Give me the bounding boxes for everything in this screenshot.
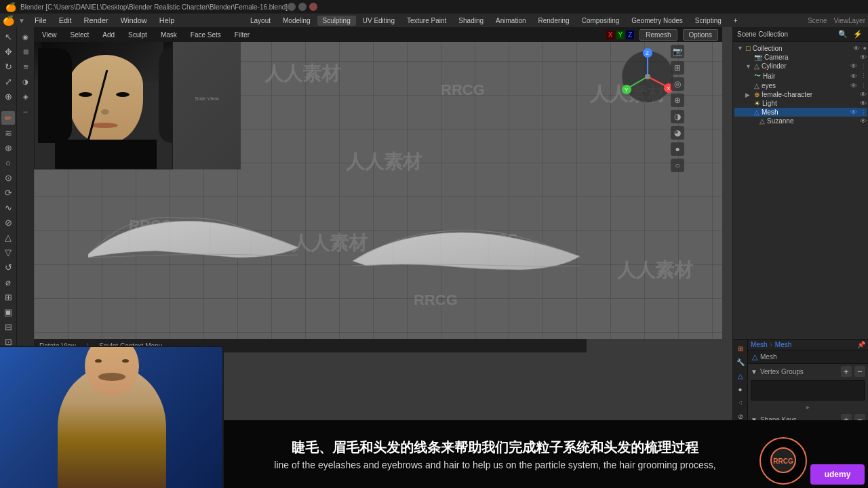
menu-file[interactable]: File [29,15,52,26]
view-shading-mat[interactable]: ◕ [671,126,684,140]
tool-cursor[interactable]: ↖ [1,30,15,43]
vp-menu-select[interactable]: Select [66,30,94,40]
tool-fill[interactable]: ▣ [1,305,15,319]
axis-z[interactable]: Z [626,30,634,39]
tool-elastic[interactable]: ⟳ [1,186,15,199]
brush-settings[interactable]: ◉ [19,30,33,43]
expand-toggle[interactable]: ▸ [806,403,810,411]
collection-visibility[interactable]: 👁 [853,45,860,52]
workspace-layout[interactable]: Layout [245,16,276,26]
window-controls[interactable] [288,3,317,11]
workspace-rendering[interactable]: Rendering [533,16,575,26]
light-visibility[interactable]: 👁 [860,100,867,107]
menu-help[interactable]: Help [154,15,180,26]
menu-edit[interactable]: Edit [54,15,77,26]
props-icon-object[interactable]: ⊞ [734,342,747,354]
menu-render[interactable]: Render [79,15,114,26]
minimize-button[interactable] [288,3,296,11]
tree-cylinder[interactable]: ▼ △ Cylinder 👁 ⋮ [734,62,867,70]
workspace-texture-paint[interactable]: Texture Paint [401,16,452,26]
view-perspective-icon[interactable]: ⊞ [671,61,684,75]
tree-suzanne[interactable]: ▶ △ Suzanne 👁 [734,117,867,125]
props-icon-modifier[interactable]: 🔧 [734,356,747,368]
zoom-camera-icon[interactable]: 📷 [671,45,684,58]
vp-menu-face-sets[interactable]: Face Sets [186,30,225,40]
props-icon-particle[interactable]: ⁖ [734,396,747,409]
tool-rotate[interactable]: ↻ [1,60,15,73]
workspace-add[interactable]: + [728,16,743,26]
tool-draw[interactable]: ✏ [1,111,15,125]
symmetry-settings[interactable]: ↔ [19,104,33,118]
hair-visibility[interactable]: 👁 [850,73,857,80]
props-icon-material[interactable]: ● [734,383,747,395]
breadcrumb-mesh-2[interactable]: Mesh [775,341,791,348]
view-shading-solid[interactable]: ◑ [671,110,684,123]
suzanne-visibility[interactable]: 👁 [860,117,867,125]
vertex-groups-add[interactable]: + [841,366,852,377]
workspace-geometry[interactable]: Geometry Nodes [626,16,688,26]
tree-light[interactable]: ▶ ☀ Light 👁 [734,99,867,108]
tool-move[interactable]: ✥ [1,45,15,58]
vertex-groups-remove[interactable]: − [854,366,865,377]
options-button[interactable]: Options [683,29,718,41]
tool-scrape[interactable]: ⌀ [1,275,15,289]
vertex-groups-section[interactable]: ▼ Vertex Groups + − [748,364,868,379]
workspace-animation[interactable]: Animation [490,16,531,26]
tree-collection[interactable]: ▼ □ Collection 👁 ● [734,43,867,53]
tool-scrape2[interactable]: ⊟ [1,320,15,333]
tool-scale[interactable]: ⤢ [1,75,15,88]
tool-thumb[interactable]: ⊘ [1,216,15,229]
female-character-visibility[interactable]: 👁 [860,91,867,98]
tool-pose[interactable]: △ [1,230,15,244]
camera-visibility[interactable]: 👁 [860,54,867,61]
vp-menu-filter[interactable]: Filter [231,30,254,40]
tool-snake-hook[interactable]: ∿ [1,201,15,214]
vp-menu-sculpt[interactable]: Sculpt [124,30,151,40]
falloff-settings[interactable]: ◑ [19,75,33,88]
props-icon-data[interactable]: △ [734,369,747,382]
axis-x[interactable]: X [606,30,615,39]
workspace-scripting[interactable]: Scripting [690,16,727,26]
vp-menu-view[interactable]: View [38,30,61,40]
tool-inflate[interactable]: ○ [1,156,15,169]
breadcrumb-mesh-1[interactable]: Mesh [751,341,767,348]
menu-window[interactable]: Window [115,15,153,26]
remesh-button[interactable]: Remesh [639,29,677,41]
display-settings[interactable]: ◈ [19,89,33,103]
close-button[interactable] [309,3,317,11]
tool-rotate-brush[interactable]: ↺ [1,260,15,274]
tool-multires-displacement[interactable]: ⊞ [1,290,15,304]
view-local-icon[interactable]: ◎ [671,77,684,91]
eyes-visibility[interactable]: 👁 [850,82,857,89]
tool-pinch[interactable]: ⊛ [1,141,15,155]
filter-icon[interactable]: ⚡ [852,28,864,41]
cylinder-visibility[interactable]: 👁 [850,62,857,70]
tree-female-character[interactable]: ▶ ⊕ female-character 👁 [734,90,867,99]
mesh-visibility[interactable]: 👁 [850,108,857,116]
workspace-shading[interactable]: Shading [453,16,489,26]
tree-camera[interactable]: ▶ 📷 Camera 👁 [734,53,867,62]
workspace-sculpting[interactable]: Sculpting [317,16,356,26]
tool-transform[interactable]: ⊕ [1,89,15,103]
vp-menu-add[interactable]: Add [98,30,119,40]
search-icon[interactable]: 🔍 [837,28,849,41]
tool-smooth[interactable]: ≋ [1,126,15,140]
axis-y[interactable]: Y [616,30,625,39]
tree-mesh[interactable]: ▶ △ Mesh 👁 ⋮ [734,108,867,117]
tree-hair[interactable]: ▶ 〜 Hair 👁 ⋮ [734,70,867,81]
vp-menu-mask[interactable]: Mask [157,30,181,40]
view-shading-wire[interactable]: ○ [671,159,684,172]
tool-nudge[interactable]: ▽ [1,245,15,259]
navigation-gizmo[interactable]: Z X Y [617,46,678,107]
view-shading-render[interactable]: ● [671,142,684,156]
maximize-button[interactable] [298,3,307,11]
workspace-modeling[interactable]: Modeling [277,16,316,26]
workspace-compositing[interactable]: Compositing [576,16,625,26]
stroke-settings[interactable]: ≋ [19,60,33,73]
tree-eyes[interactable]: ▶ △ eyes 👁 ⋮ [734,81,867,90]
view-overlay-icon[interactable]: ⊕ [671,94,684,107]
tool-grab[interactable]: ⊙ [1,171,15,184]
workspace-uv[interactable]: UV Editing [357,16,400,26]
texture-settings[interactable]: ⊞ [19,45,33,58]
breadcrumb-pin-icon[interactable]: 📌 [857,341,865,348]
